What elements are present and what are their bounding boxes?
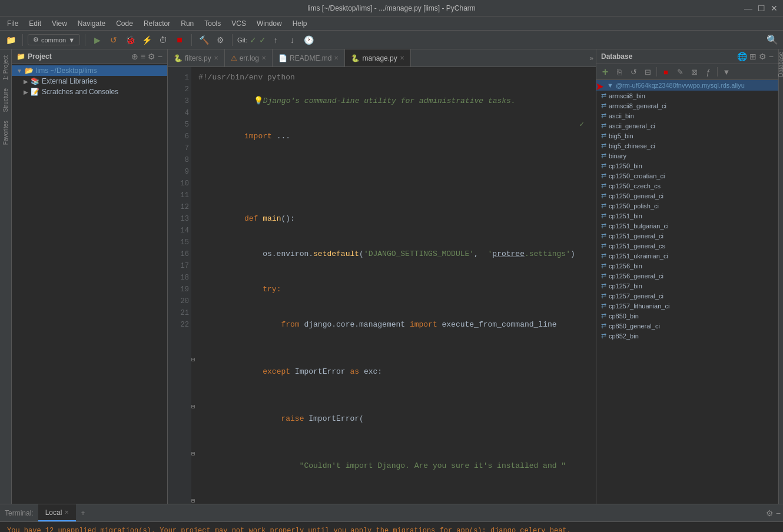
- menu-item-refactor[interactable]: Refactor: [139, 18, 175, 29]
- menu-item-navigate[interactable]: Navigate: [73, 18, 110, 29]
- db-filter2-btn[interactable]: ▼: [720, 65, 733, 78]
- menu-item-help[interactable]: Help: [288, 18, 312, 29]
- db-filter-btn[interactable]: ⊟: [641, 65, 654, 78]
- db-item-armscii8-general-ci[interactable]: ⇄armscii8_general_ci: [596, 101, 778, 111]
- db-item-cp1250-croatian-ci[interactable]: ⇄cp1250_croatian_ci: [596, 171, 778, 181]
- tab-add-button[interactable]: +: [76, 504, 89, 521]
- db-item-cp1250-bin[interactable]: ⇄cp1250_bin: [596, 161, 778, 171]
- db-item-cp1251-general-ci[interactable]: ⇄cp1251_general_ci: [596, 231, 778, 241]
- project-gear-btn[interactable]: ⚙: [148, 52, 155, 61]
- db-connection-item[interactable]: ▼ @rm-uf664kqz23480fnvvwpo.mysql.rds.ali…: [596, 80, 778, 91]
- toolbar-right: 🔍: [765, 33, 779, 47]
- menu-item-run[interactable]: Run: [176, 18, 198, 29]
- menu-item-file[interactable]: File: [2, 18, 23, 29]
- db-item-big5-chinese-ci[interactable]: ⇄big5_chinese_ci: [596, 141, 778, 151]
- tab-local-close[interactable]: ✕: [64, 509, 69, 516]
- sidebar-tab-structure[interactable]: Structure: [1, 85, 10, 116]
- db-refresh-btn[interactable]: ↺: [627, 65, 640, 78]
- db-globe-btn[interactable]: 🌐: [737, 52, 747, 61]
- db-item-cp850-general-ci[interactable]: ⇄cp850_general_ci: [596, 321, 778, 331]
- run-button[interactable]: ▶: [90, 33, 104, 47]
- coverage-button[interactable]: ⚡: [140, 33, 154, 47]
- menu-item-view[interactable]: View: [47, 18, 72, 29]
- bottom-panel-right-btns: ⚙ −: [764, 504, 783, 521]
- git-check-icon: ✓: [250, 35, 257, 45]
- db-copy-btn[interactable]: ⎘: [613, 65, 626, 78]
- tree-item-scratches[interactable]: ▶ 📝 Scratches and Consoles: [12, 87, 167, 97]
- code-content[interactable]: #!/usr/bin/env python 💡Django's command-…: [191, 67, 596, 504]
- profile-button[interactable]: ⏱: [156, 33, 170, 47]
- db-settings-btn[interactable]: ⚙: [759, 52, 767, 61]
- tree-item-lims[interactable]: ▼ 📂 lims ~/Desktop/lims: [12, 65, 167, 76]
- db-item-cp852-bin[interactable]: ⇄cp852_bin: [596, 331, 778, 341]
- menu-item-window[interactable]: Window: [252, 18, 287, 29]
- db-item-cp1250-general-ci[interactable]: ⇄cp1250_general_ci: [596, 191, 778, 201]
- db-item-ascii-general-ci[interactable]: ⇄ascii_general_ci: [596, 121, 778, 131]
- db-item-armscii8-bin[interactable]: ⇄armscii8_bin: [596, 91, 778, 101]
- debug-button[interactable]: 🐞: [123, 33, 137, 47]
- bottom-minimize-btn[interactable]: −: [776, 508, 781, 518]
- tabs-overflow[interactable]: »: [587, 49, 596, 66]
- db-func-btn[interactable]: ƒ: [702, 65, 715, 78]
- menu-item-vcs[interactable]: VCS: [227, 18, 251, 29]
- sidebar-tab-favorites[interactable]: Favorites: [1, 117, 10, 148]
- db-item-cp850-bin[interactable]: ⇄cp850_bin: [596, 311, 778, 321]
- build-button[interactable]: 🔨: [197, 33, 211, 47]
- tab-close-err[interactable]: ✕: [261, 55, 266, 61]
- tab-close-filters[interactable]: ✕: [214, 55, 218, 61]
- stop-button[interactable]: ■: [172, 33, 187, 47]
- tree-item-ext-libs[interactable]: ▶ 📚 External Libraries: [12, 76, 167, 87]
- main-layout: 1: Project Structure Favorites 📁 Project…: [0, 49, 783, 504]
- menu-item-tools[interactable]: Tools: [200, 18, 225, 29]
- project-locate-btn[interactable]: ⊕: [131, 52, 138, 61]
- db-item-cp1251-ukrainian-ci[interactable]: ⇄cp1251_ukrainian_ci: [596, 251, 778, 261]
- db-item-cp1250-czech-cs[interactable]: ⇄cp1250_czech_cs: [596, 181, 778, 191]
- db-item-cp1256-bin[interactable]: ⇄cp1256_bin: [596, 261, 778, 271]
- minimize-button[interactable]: —: [744, 4, 752, 12]
- db-item-cp1251-general-cs[interactable]: ⇄cp1251_general_cs: [596, 241, 778, 251]
- branch-selector[interactable]: ⚙ common ▼: [28, 34, 80, 45]
- git-history-icon[interactable]: 🕐: [301, 33, 316, 47]
- tab-local[interactable]: Local ✕: [38, 504, 77, 521]
- db-item-label: cp850_general_ci: [609, 322, 660, 330]
- db-item-cp1257-lithuanian-ci[interactable]: ⇄cp1257_lithuanian_ci: [596, 301, 778, 311]
- sidebar-tab-project[interactable]: 1: Project: [1, 52, 10, 84]
- db-item-binary[interactable]: ⇄binary: [596, 151, 778, 161]
- menu-item-code[interactable]: Code: [111, 18, 138, 29]
- db-add-button[interactable]: +: [599, 65, 612, 78]
- project-settings-btn[interactable]: ≡: [141, 52, 145, 61]
- db-columns-btn[interactable]: ⊞: [749, 52, 757, 61]
- git-pull-icon[interactable]: ↓: [285, 33, 299, 47]
- global-search-icon[interactable]: 🔍: [765, 33, 779, 47]
- project-icon[interactable]: 📁: [4, 33, 18, 47]
- bottom-settings-btn[interactable]: ⚙: [766, 508, 774, 518]
- rerun-button[interactable]: ↺: [107, 33, 121, 47]
- close-button[interactable]: ✕: [770, 4, 778, 12]
- maximize-button[interactable]: ☐: [757, 4, 765, 12]
- db-item-cp1257-bin[interactable]: ⇄cp1257_bin: [596, 281, 778, 291]
- settings-button[interactable]: ⚙: [213, 33, 227, 47]
- db-minimize-btn[interactable]: −: [769, 52, 774, 61]
- tab-readme-md[interactable]: 📄 README.md ✕: [273, 49, 345, 66]
- db-item-big5-bin[interactable]: ⇄big5_bin: [596, 131, 778, 141]
- tab-filters-py[interactable]: 🐍 filters.py ✕: [168, 49, 225, 66]
- menu-item-edit[interactable]: Edit: [24, 18, 46, 29]
- tab-close-readme[interactable]: ✕: [334, 55, 339, 61]
- db-item-cp1256-general-ci[interactable]: ⇄cp1256_general_ci: [596, 271, 778, 281]
- db-edit-btn[interactable]: ✎: [673, 65, 686, 78]
- tab-close-manage[interactable]: ✕: [400, 55, 404, 61]
- project-minimize-btn[interactable]: −: [158, 52, 162, 61]
- db-item-cp1257-general-ci[interactable]: ⇄cp1257_general_ci: [596, 291, 778, 301]
- code-editor[interactable]: 12345 678910 1112131415 1617181920 2122 …: [168, 67, 596, 504]
- db-item-cp1251-bin[interactable]: ⇄cp1251_bin: [596, 211, 778, 221]
- title-bar-controls[interactable]: — ☐ ✕: [744, 4, 778, 12]
- db-item-ascii-bin[interactable]: ⇄ascii_bin: [596, 111, 778, 121]
- db-item-cp1251-bulgarian-ci[interactable]: ⇄cp1251_bulgarian_ci: [596, 221, 778, 231]
- db-item-cp1250-polish-ci[interactable]: ⇄cp1250_polish_ci: [596, 201, 778, 211]
- tab-manage-py[interactable]: 🐍 manage.py ✕: [345, 49, 410, 66]
- terminal-content[interactable]: You have 12 unapplied migration(s). Your…: [0, 522, 783, 532]
- db-stop-btn[interactable]: ■: [659, 65, 672, 78]
- db-view-btn[interactable]: ⊠: [688, 65, 701, 78]
- tab-err-log[interactable]: ⚠ err.log ✕: [225, 49, 273, 66]
- git-push-icon[interactable]: ↑: [268, 33, 283, 47]
